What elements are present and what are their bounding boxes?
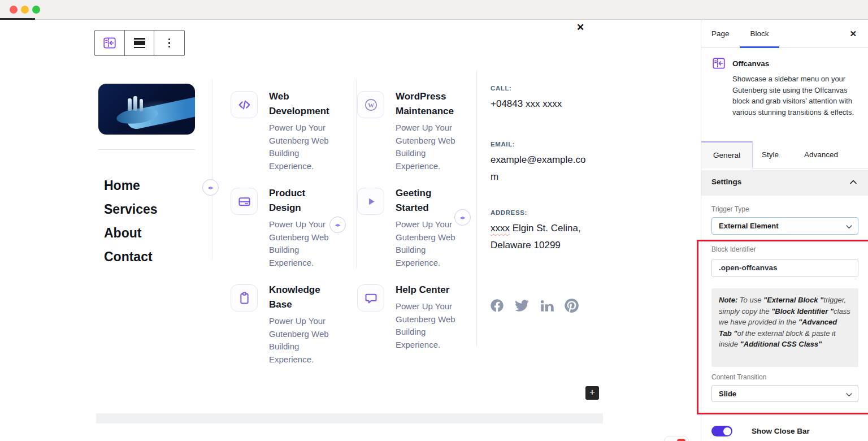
service-item[interactable]: Knowledge BasePower Up Your Gutenberg We… [231, 283, 352, 366]
service-text: Geeting StartedPower Up Your Gutenberg W… [396, 186, 461, 269]
align-button[interactable] [125, 31, 155, 55]
email-value: example@example.com [491, 152, 593, 185]
show-close-bar-toggle[interactable] [711, 426, 732, 436]
note-text-segment: To use [737, 296, 763, 304]
service-text: Web DevelopmentPower Up Your Gutenberg W… [269, 89, 335, 172]
settings-sidebar: Page Block ✕ Offcanvas Showcase a sideba… [701, 20, 868, 441]
service-text: WordPress MaintenancePower Up Your Guten… [396, 89, 461, 172]
inspector-tabs: General Style Advanced [701, 141, 868, 168]
service-description: Power Up Your Gutenberg Web Building Exp… [396, 300, 461, 351]
content-transition-label: Content Transition [711, 373, 766, 381]
nav-link-contact[interactable]: Contact [104, 245, 158, 269]
editor-canvas: ✕ HomeServicesAboutContact Web Developme… [0, 20, 701, 441]
service-item[interactable]: WWordPress MaintenancePower Up Your Gute… [357, 89, 479, 172]
service-description: Power Up Your Gutenberg Web Building Exp… [269, 122, 335, 172]
offcanvas-block-icon [711, 56, 726, 71]
note-text-segment: "Block Identifier " [771, 307, 834, 315]
play-icon [357, 188, 384, 215]
wordpress-icon: W [357, 91, 384, 118]
titlebar [0, 0, 868, 20]
block-identifier-input[interactable]: .open-offcanvas [711, 259, 858, 277]
ellipsis-icon [168, 38, 170, 48]
sidebar-header: Page Block ✕ [701, 20, 868, 48]
phone-number: +04843 xxx xxxx [491, 96, 598, 113]
note-box: Note: To use "External Block "trigger, s… [711, 288, 858, 367]
column-divider [212, 79, 212, 260]
nav-link-home[interactable]: Home [104, 174, 158, 197]
facebook-icon[interactable] [489, 298, 505, 313]
content-transition-select[interactable]: Slide [711, 385, 858, 402]
options-button[interactable] [154, 31, 184, 55]
service-title: Geeting Started [396, 186, 461, 215]
service-description: Power Up Your Gutenberg Web Building Exp… [396, 218, 461, 269]
tab-page[interactable]: Page [711, 20, 730, 48]
service-item[interactable]: Help CenterPower Up Your Gutenberg Web B… [357, 283, 479, 351]
trigger-type-select[interactable]: External Element [711, 217, 858, 235]
misspelled-word: xxxx [491, 223, 510, 234]
column-resize-handle[interactable]: ◂▸ [329, 217, 346, 233]
empty-block-placeholder[interactable] [96, 413, 603, 423]
service-description: Power Up Your Gutenberg Web Building Exp… [396, 122, 461, 172]
service-item[interactable]: Geeting StartedPower Up Your Gutenberg W… [357, 186, 479, 269]
trigger-type-label: Trigger Type [711, 205, 749, 213]
chevron-down-icon [846, 225, 852, 229]
offcanvas-icon [102, 36, 117, 50]
service-item[interactable]: Web DevelopmentPower Up Your Gutenberg W… [231, 89, 352, 172]
knowledge-base-icon [231, 284, 258, 312]
note-text-segment: "External Block " [763, 296, 823, 304]
minimize-window-button[interactable] [21, 6, 29, 14]
zoom-window-button[interactable] [32, 6, 40, 14]
tab-block[interactable]: Block [740, 20, 779, 48]
service-description: Power Up Your Gutenberg Web Building Exp… [269, 218, 335, 269]
nav-menu: HomeServicesAboutContact [104, 174, 158, 269]
twitter-icon[interactable] [514, 298, 530, 313]
close-window-button[interactable] [10, 6, 18, 14]
add-block-button[interactable]: + [585, 386, 599, 400]
show-close-bar-label: Show Close Bar [752, 427, 810, 435]
brand-logo-image[interactable] [98, 84, 195, 135]
help-chat-icon [357, 284, 384, 312]
show-close-bar-row: Show Close Bar [711, 426, 810, 436]
nav-link-about[interactable]: About [104, 221, 158, 245]
service-title: Product Design [269, 186, 335, 215]
settings-panel-title: Settings [711, 178, 741, 186]
service-title: Web Development [269, 89, 335, 119]
service-title: Help Center [396, 283, 461, 297]
app-window: ✕ HomeServicesAboutContact Web Developme… [0, 0, 868, 441]
address-label: ADDRESS: [491, 209, 598, 216]
cursor-badge [664, 436, 689, 441]
nav-link-services[interactable]: Services [104, 197, 158, 221]
block-title: Offcanvas [732, 59, 769, 68]
contact-column: CALL: +04843 xxx xxxx EMAIL: example@exa… [491, 85, 598, 254]
block-description: Showcase a sidebar menu on your Gutenber… [732, 74, 865, 118]
service-text: Help CenterPower Up Your Gutenberg Web B… [396, 283, 461, 351]
pinterest-icon[interactable] [564, 298, 579, 313]
note-text-segment: Note: [719, 296, 737, 304]
column-resize-handle[interactable]: ◂▸ [202, 179, 219, 196]
address-value: xxxx Elgin St. Celina,Delaware 10299 [491, 220, 598, 254]
note-text-segment: "Additional CSS Class" [740, 340, 822, 348]
chevron-up-icon [850, 180, 857, 184]
services-column-2: WWordPress MaintenancePower Up Your Gute… [357, 89, 479, 365]
service-title: WordPress Maintenance [396, 89, 461, 119]
service-text: Knowledge BasePower Up Your Gutenberg We… [269, 283, 335, 366]
linkedin-icon[interactable] [539, 298, 554, 313]
service-description: Power Up Your Gutenberg Web Building Exp… [269, 315, 335, 366]
tab-advanced[interactable]: Advanced [804, 141, 838, 168]
code-icon [231, 91, 258, 118]
tab-style[interactable]: Style [762, 141, 779, 168]
close-sidebar-icon[interactable]: ✕ [849, 29, 857, 39]
settings-panel-header[interactable]: Settings [701, 170, 868, 196]
offcanvas-block-button[interactable] [95, 31, 125, 55]
email-label: EMAIL: [491, 141, 598, 148]
divider [98, 149, 195, 150]
social-icons-row [489, 298, 579, 313]
product-design-icon [231, 188, 258, 215]
column-resize-handle[interactable]: ◂▸ [454, 209, 471, 226]
service-title: Knowledge Base [269, 283, 335, 312]
column-divider [356, 79, 357, 269]
offcanvas-close-icon[interactable]: ✕ [576, 21, 584, 33]
block-identifier-label: Block Identifier [711, 245, 756, 253]
svg-text:W: W [367, 101, 374, 108]
tab-general[interactable]: General [701, 141, 753, 168]
